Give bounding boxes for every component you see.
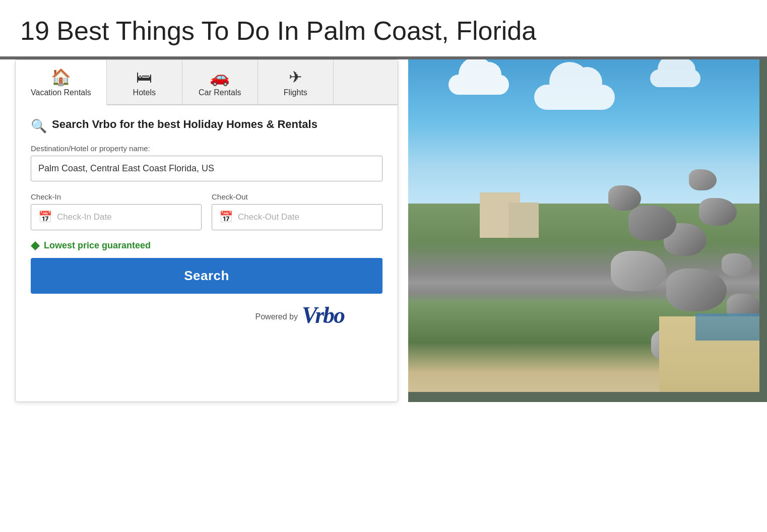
tab-car-rentals-label: Car Rentals [199,88,241,97]
sky [408,59,767,214]
tab-car-rentals[interactable]: 🚗 Car Rentals [182,60,258,104]
rock-8 [611,251,666,291]
bed-icon: 🛏 [136,69,152,85]
frame-bottom [408,392,767,402]
date-row: Check-In 📅 Check-In Date Check-Out 📅 Che… [31,192,382,230]
form-body: 🔍 Search Vrbo for the best Holiday Homes… [16,105,398,347]
page-title: 19 Best Things To Do In Palm Coast, Flor… [0,0,767,56]
form-heading: 🔍 Search Vrbo for the best Holiday Homes… [31,117,382,134]
car-icon: 🚗 [210,69,230,85]
form-heading-text: Search Vrbo for the best Holiday Homes &… [52,117,317,132]
tab-vacation-rentals[interactable]: 🏠 Vacation Rentals [16,60,107,105]
destination-input[interactable] [31,156,382,181]
frame-right [759,59,767,402]
tab-hotels[interactable]: 🛏 Hotels [107,60,182,104]
vrbo-logo: Vrbo [302,302,377,331]
checkout-calendar-icon: 📅 [219,211,233,224]
rock-11 [608,185,641,211]
powered-by-row: Powered by Vrbo [31,302,382,337]
checkin-field: Check-In 📅 Check-In Date [31,192,202,230]
checkin-input-wrapper[interactable]: 📅 Check-In Date [31,204,202,230]
lowest-price-text: Lowest price guaranteed [44,240,151,251]
rock-6 [722,253,752,276]
water [695,313,767,341]
checkin-calendar-icon: 📅 [38,211,52,224]
vrbo-logo-svg: Vrbo [302,302,377,327]
svg-text:Vrbo: Vrbo [302,302,345,327]
checkout-label: Check-Out [212,192,382,201]
plane-icon: ✈ [289,69,302,85]
widget-panel: 🏠 Vacation Rentals 🛏 Hotels 🚗 Car Rental… [15,59,398,402]
content-area: 🏠 Vacation Rentals 🛏 Hotels 🚗 Car Rental… [0,59,767,402]
rock-10 [628,206,676,241]
tabs-container: 🏠 Vacation Rentals 🛏 Hotels 🚗 Car Rental… [16,60,398,105]
checkin-label: Check-In [31,192,202,201]
rock-9 [699,198,737,226]
rock-12 [689,169,717,190]
tab-flights[interactable]: ✈ Flights [258,60,334,104]
home-icon: 🏠 [51,69,71,85]
checkout-field: Check-Out 📅 Check-Out Date [212,192,382,230]
cloud-2 [534,85,615,110]
destination-label: Destination/Hotel or property name: [31,144,382,153]
lowest-price-row: Lowest price guaranteed [31,240,382,251]
tab-flights-label: Flights [284,88,307,97]
cloud-1 [449,75,509,95]
tab-hotels-label: Hotels [133,88,156,97]
powered-by-text: Powered by [255,312,298,321]
rock-5 [666,269,727,311]
search-button[interactable]: Search [31,258,382,294]
tab-vacation-rentals-label: Vacation Rentals [31,88,91,97]
search-icon-heading: 🔍 [31,118,47,134]
checkout-placeholder: Check-Out Date [238,212,299,222]
diamond-icon [31,241,40,250]
cloud-3 [650,70,700,87]
beach-scene [408,59,767,402]
checkin-placeholder: Check-In Date [57,212,112,222]
checkout-input-wrapper[interactable]: 📅 Check-Out Date [212,204,382,230]
photo-panel [408,59,767,402]
